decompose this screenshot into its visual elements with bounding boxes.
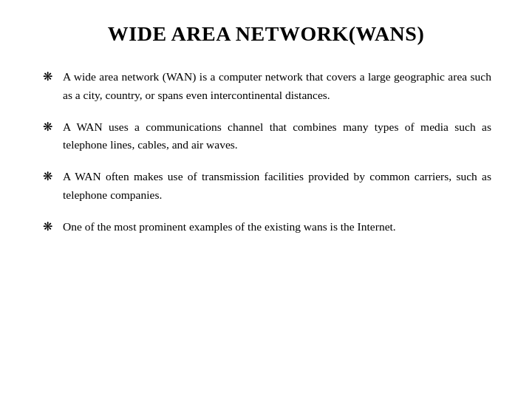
bullet-text: A WAN uses a communications channel that… bbox=[63, 118, 491, 155]
bullet-icon: ❋ bbox=[41, 69, 54, 83]
bullet-icon: ❋ bbox=[41, 120, 54, 134]
bullet-icon: ❋ bbox=[41, 219, 54, 233]
bullet-text: A wide area network (WAN) is a computer … bbox=[63, 68, 491, 105]
list-item: ❋One of the most prominent examples of t… bbox=[41, 218, 491, 236]
main-page: WIDE AREA NETWORK(WANS) ❋A wide area net… bbox=[0, 0, 532, 399]
page-title: WIDE AREA NETWORK(WANS) bbox=[41, 22, 491, 46]
bullet-text: A WAN often makes use of transmission fa… bbox=[63, 168, 491, 205]
bullet-icon: ❋ bbox=[41, 169, 54, 183]
bullet-text: One of the most prominent examples of th… bbox=[63, 218, 396, 236]
list-item: ❋A WAN often makes use of transmission f… bbox=[41, 168, 491, 205]
list-item: ❋A wide area network (WAN) is a computer… bbox=[41, 68, 491, 105]
bullet-list: ❋A wide area network (WAN) is a computer… bbox=[41, 68, 491, 236]
list-item: ❋A WAN uses a communications channel tha… bbox=[41, 118, 491, 155]
